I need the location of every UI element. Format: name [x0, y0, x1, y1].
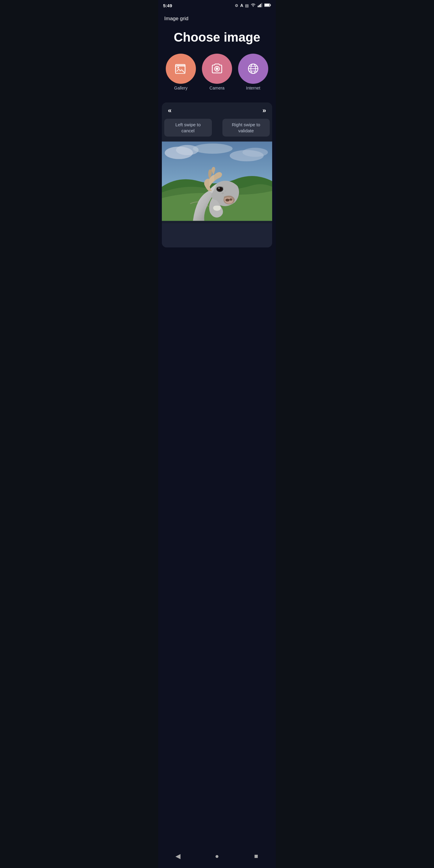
- svg-point-12: [178, 67, 179, 68]
- camera-button[interactable]: Camera: [202, 54, 232, 90]
- left-swipe-hint: Left swipe to cancel: [164, 119, 212, 136]
- battery-icon: [264, 3, 271, 8]
- gallery-icon: [175, 62, 187, 75]
- right-swipe-hint: Right swipe to validate: [222, 119, 270, 136]
- gallery-button[interactable]: Gallery: [166, 54, 196, 90]
- font-icon: A: [240, 3, 243, 8]
- signal-icon: [258, 3, 262, 8]
- svg-point-27: [229, 198, 232, 201]
- status-icons: ⚙ A ▤: [235, 3, 271, 8]
- recents-button[interactable]: ■: [249, 850, 264, 862]
- svg-rect-7: [270, 4, 271, 6]
- image-bottom-area: [162, 223, 272, 247]
- internet-label: Internet: [246, 86, 260, 90]
- wifi-icon: [250, 3, 256, 8]
- main-content: Image grid Choose image Gallery: [158, 11, 276, 847]
- back-button[interactable]: ◀: [170, 850, 185, 862]
- svg-point-0: [253, 6, 254, 7]
- source-buttons: Gallery Camera: [158, 54, 276, 102]
- svg-point-32: [224, 190, 226, 192]
- gallery-label: Gallery: [174, 86, 187, 90]
- nav-row: « »: [162, 102, 272, 119]
- svg-point-26: [225, 198, 229, 201]
- next-arrow[interactable]: »: [262, 107, 266, 115]
- svg-point-14: [216, 67, 218, 70]
- horse-image[interactable]: [162, 139, 272, 223]
- app-title: Image grid: [158, 11, 276, 24]
- internet-icon: [247, 62, 259, 75]
- svg-point-24: [242, 148, 268, 157]
- settings-icon: ⚙: [235, 3, 239, 8]
- svg-point-29: [217, 187, 222, 191]
- svg-point-31: [221, 193, 224, 194]
- sdcard-icon: ▤: [245, 3, 249, 8]
- image-card: « » Left swipe to cancel Right swipe to …: [162, 102, 272, 247]
- status-time: 5:49: [163, 3, 172, 8]
- horse-svg: [162, 139, 272, 223]
- nav-bar: ◀ ● ■: [158, 847, 276, 868]
- svg-rect-2: [259, 5, 260, 7]
- svg-point-30: [218, 187, 220, 189]
- page-heading: Choose image: [158, 24, 276, 54]
- camera-circle: [202, 54, 232, 84]
- prev-arrow[interactable]: «: [168, 107, 172, 115]
- svg-rect-4: [261, 3, 262, 7]
- internet-button[interactable]: Internet: [238, 54, 268, 90]
- svg-point-25: [193, 144, 232, 154]
- svg-rect-3: [260, 4, 261, 7]
- svg-rect-11: [176, 66, 185, 73]
- internet-circle: [238, 54, 268, 84]
- home-button[interactable]: ●: [210, 850, 224, 862]
- status-bar: 5:49 ⚙ A ▤: [158, 0, 276, 11]
- swipe-hints: Left swipe to cancel Right swipe to vali…: [162, 119, 272, 139]
- svg-rect-6: [265, 4, 270, 6]
- svg-rect-1: [258, 6, 258, 7]
- camera-icon: [211, 62, 223, 75]
- gallery-circle: [166, 54, 196, 84]
- camera-label: Camera: [210, 86, 224, 90]
